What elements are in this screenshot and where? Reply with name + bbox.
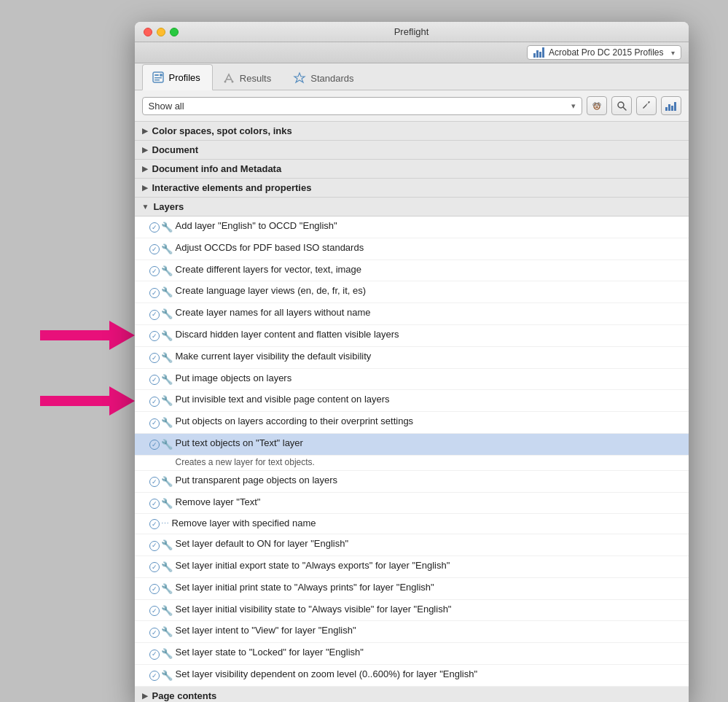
title-bar: Preflight (135, 22, 689, 42)
tab-standards[interactable]: Standards (283, 65, 366, 90)
layer-item-13[interactable]: ✓ 🔧 Remove layer "Text" (135, 493, 689, 515)
group-page-contents[interactable]: ▶ Page contents (135, 687, 689, 702)
wrench-icon-9: 🔧 (161, 394, 173, 409)
layer-item-10[interactable]: ✓ 🔧 Put objects on layers according to t… (135, 412, 689, 434)
group-document-info[interactable]: ▶ Document info and Metadata (135, 160, 689, 179)
check-icon-2: ✓ (149, 244, 160, 254)
check-icon-4: ✓ (149, 288, 160, 298)
layer-item-label-13: Remove layer "Text" (176, 495, 681, 510)
check-icon-6: ✓ (149, 331, 160, 341)
layer-item-label-11: Put text objects on "Text" layer (176, 436, 681, 451)
item-icons-16: ✓ 🔧 (149, 558, 173, 575)
layer-item-4[interactable]: ✓ 🔧 Create language layer views (en, de,… (135, 281, 689, 303)
layer-item-8[interactable]: ✓ 🔧 Put image objects on layers (135, 369, 689, 391)
layer-item-label-3: Create different layers for vector, text… (176, 262, 681, 278)
wrench-icon-15: 🔧 (161, 538, 173, 553)
layer-item-16[interactable]: ✓ 🔧 Set layer initial export state to "A… (135, 556, 689, 578)
tabs-row: Profiles Results (135, 63, 689, 90)
item-icons-7: ✓ 🔧 (149, 349, 173, 366)
check-icon-14: ✓ (149, 519, 160, 529)
item-icons-8: ✓ 🔧 (149, 371, 173, 388)
standards-icon (293, 71, 306, 85)
layer-item-20[interactable]: ✓ 🔧 Set layer state to "Locked" for laye… (135, 643, 689, 665)
layer-item-11[interactable]: ✓ 🔧 Put text objects on "Text" layer (135, 434, 689, 456)
group-document[interactable]: ▶ Document (135, 141, 689, 160)
wrench-icon-2: 🔧 (161, 242, 173, 257)
wrench-icon-21: 🔧 (161, 668, 173, 684)
filter-label: Show all (149, 101, 184, 112)
layer-item-12[interactable]: ✓ 🔧 Put transparent page objects on laye… (135, 471, 689, 493)
group-document-arrow: ▶ (142, 146, 148, 154)
item-icons-10: ✓ 🔧 (149, 414, 173, 431)
item-icons-2: ✓ 🔧 (149, 241, 173, 257)
group-document-info-arrow: ▶ (142, 165, 148, 173)
layer-item-7[interactable]: ✓ 🔧 Make current layer visibility the de… (135, 347, 689, 369)
layer-item-19[interactable]: ✓ 🔧 Set layer intent to "View" for layer… (135, 621, 689, 643)
layer-item-3[interactable]: ✓ 🔧 Create different layers for vector, … (135, 260, 689, 282)
layer-item-label-21: Set layer visibility dependent on zoom l… (176, 667, 681, 682)
filter-btn-wrench[interactable] (636, 96, 657, 115)
filter-btn-chart[interactable] (661, 96, 681, 115)
wrench-icon-8: 🔧 (161, 373, 173, 388)
filter-dropdown-arrow: ▾ (571, 101, 576, 111)
layer-item-21[interactable]: ✓ 🔧 Set layer visibility dependent on zo… (135, 665, 689, 687)
group-page-contents-label: Page contents (152, 690, 217, 701)
svg-point-7 (231, 81, 233, 83)
layer-item-label-5: Create layer names for all layers withou… (176, 305, 681, 321)
layer-item-label-4: Create language layer views (en, de, fr,… (176, 284, 681, 299)
group-interactive-label: Interactive elements and properties (152, 182, 312, 193)
wrench-icon-19: 🔧 (161, 625, 173, 640)
toolbar-row: Acrobat Pro DC 2015 Profiles ▾ (135, 42, 689, 63)
group-document-info-label: Document info and Metadata (152, 163, 282, 174)
layer-item-9[interactable]: ✓ 🔧 Put invisible text and visible page … (135, 390, 689, 412)
svg-point-16 (618, 102, 624, 108)
layer-item-label-14: Remove layer with specified name (172, 516, 681, 531)
layer-item-17[interactable]: ✓ 🔧 Set layer initial print state to "Al… (135, 578, 689, 600)
layer-item-label-1: Add layer "English" to OCCD "English" (176, 219, 681, 234)
group-color-spaces-arrow: ▶ (142, 127, 148, 135)
acrobat-profile-dropdown[interactable]: Acrobat Pro DC 2015 Profiles ▾ (527, 45, 681, 60)
layer-item-label-16: Set layer initial export state to "Alway… (176, 558, 681, 574)
layer-item-1[interactable]: ✓ 🔧 Add layer "English" to OCCD "English… (135, 217, 689, 238)
close-button[interactable] (144, 28, 152, 36)
tab-results[interactable]: Results (213, 65, 283, 90)
check-icon-21: ✓ (149, 671, 160, 681)
dots-icon-14: ⋯ (161, 518, 169, 531)
layer-item-label-9: Put invisible text and visible page cont… (176, 392, 681, 407)
svg-rect-4 (154, 79, 160, 81)
group-layers[interactable]: ▼ Layers (135, 198, 689, 217)
check-icon-19: ✓ (149, 628, 160, 638)
layer-item-18[interactable]: ✓ 🔧 Set layer initial visibility state t… (135, 600, 689, 622)
layer-item-label-10: Put objects on layers according to their… (176, 414, 681, 429)
layer-item-5[interactable]: ✓ 🔧 Create layer names for all layers wi… (135, 303, 689, 325)
group-color-spaces[interactable]: ▶ Color spaces, spot colors, inks (135, 122, 689, 141)
item-icons-20: ✓ 🔧 (149, 645, 173, 662)
layer-item-label-12: Put transparent page objects on layers (176, 473, 681, 488)
item-icons-3: ✓ 🔧 (149, 262, 173, 279)
item-icons-5: ✓ 🔧 (149, 305, 173, 322)
check-icon-15: ✓ (149, 541, 160, 551)
check-icon-10: ✓ (149, 418, 160, 429)
check-icon-16: ✓ (149, 562, 160, 572)
layer-item-label-15: Set layer default to ON for layer "Engli… (176, 537, 681, 552)
show-all-dropdown[interactable]: Show all ▾ (142, 97, 582, 115)
maximize-button[interactable] (170, 28, 179, 36)
check-icon-5: ✓ (149, 310, 160, 320)
minimize-button[interactable] (157, 28, 165, 36)
window-title: Preflight (394, 26, 429, 37)
wrench-icon-5: 🔧 (161, 307, 173, 322)
filter-btn-search[interactable] (611, 96, 632, 115)
svg-line-17 (623, 108, 626, 111)
wrench-icon-18: 🔧 (161, 604, 173, 619)
item-icons-1: ✓ 🔧 (149, 219, 173, 235)
item-icons-17: ✓ 🔧 (149, 580, 173, 597)
item-icons-6: ✓ 🔧 (149, 327, 173, 344)
tab-profiles[interactable]: Profiles (142, 64, 213, 90)
group-interactive[interactable]: ▶ Interactive elements and properties (135, 179, 689, 198)
layer-item-6[interactable]: ✓ 🔧 Discard hidden layer content and fla… (135, 325, 689, 347)
layer-item-15[interactable]: ✓ 🔧 Set layer default to ON for layer "E… (135, 534, 689, 556)
layer-item-2[interactable]: ✓ 🔧 Adjust OCCDs for PDF based ISO stand… (135, 238, 689, 260)
filter-btn-bee[interactable] (587, 96, 607, 115)
wrench-icon-16: 🔧 (161, 560, 173, 575)
layer-item-14[interactable]: ✓ ⋯ Remove layer with specified name (135, 514, 689, 534)
